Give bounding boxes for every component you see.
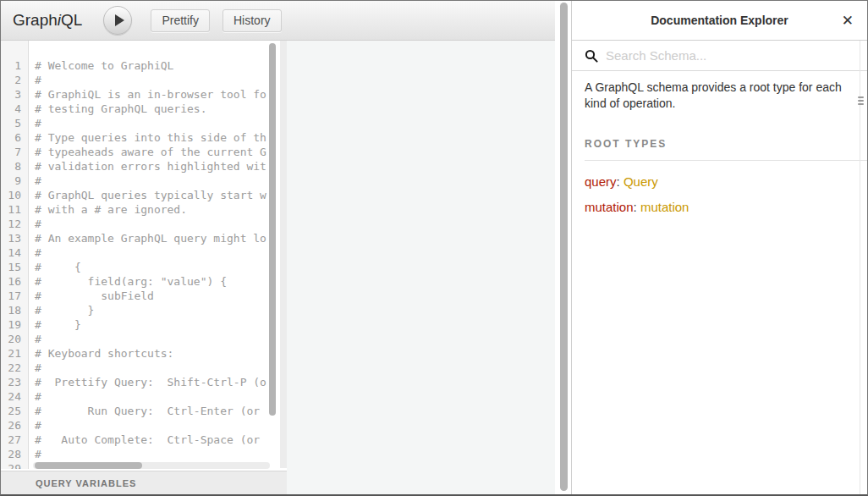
query-variables-title: QUERY VARIABLES [36,478,136,488]
doc-scrollbar-track [860,41,860,494]
code-line[interactable]: # [35,361,271,375]
code-line[interactable]: # [35,73,271,87]
code-line[interactable]: # validation errors highlighted wit [35,159,271,174]
prettify-button[interactable]: Prettify [151,9,210,32]
line-number: 17 [1,289,28,303]
code-line[interactable]: # } [35,303,271,317]
doc-explorer-content: A GraphQL schema provides a root type fo… [572,71,867,214]
editor-horizontal-scrollbar[interactable] [35,462,142,469]
type-link[interactable]: mutation [640,200,689,214]
graphiql-app: GraphiQL Prettify History 12345678910111… [0,0,868,496]
code-line[interactable]: # [35,389,271,404]
root-types-label: ROOT TYPES [585,138,854,150]
execute-query-button[interactable] [103,6,132,35]
editor-horizontal-scrollbar-track [33,462,270,469]
code-line[interactable]: # GraphQL queries typically start w [35,188,271,202]
code-line[interactable]: # GraphiQL is an in-browser tool fo [35,87,271,102]
line-number: 10 [1,188,28,202]
code-line[interactable]: # Run Query: Ctrl-Enter (or [35,404,271,418]
field-keyword: mutation [585,200,634,214]
editor-vertical-scrollbar[interactable] [269,43,276,416]
line-number: 7 [1,145,28,159]
code-line[interactable]: # Prettify Query: Shift-Ctrl-P (o [35,375,271,389]
result-pane [287,41,555,494]
resize-grip-icon[interactable] [858,96,864,107]
code-line[interactable]: # Keyboard shortcuts: [35,346,271,361]
query-editor[interactable]: # Welcome to GraphiQL## GraphiQL is an i… [30,41,271,469]
line-number: 14 [1,245,28,260]
line-number: 22 [1,361,28,375]
line-number: 21 [1,346,28,361]
line-number: 1 [1,58,28,73]
code-line[interactable]: # Type queries into this side of th [35,130,271,145]
line-number-gutter: 1234567891011121314151617181920212223242… [1,41,29,469]
code-line[interactable]: # [35,447,271,461]
search-schema-input[interactable] [606,48,800,63]
doc-root-type-item: mutation: mutation [585,200,854,214]
page-scrollbar[interactable] [560,3,568,491]
close-icon[interactable]: ✕ [842,1,854,41]
root-types-divider [585,160,867,161]
field-keyword: query [585,174,617,189]
code-line[interactable]: # field(arg: "value") { [35,274,271,289]
code-line[interactable]: # An example GraphQL query might lo [35,231,271,245]
code-line[interactable]: # [35,217,271,231]
separator: : [634,200,640,214]
logo-text-end: QL [61,11,82,29]
line-number: 5 [1,116,28,130]
line-number: 9 [1,174,28,188]
pane-divider[interactable] [280,41,287,468]
code-line[interactable]: # [35,245,271,260]
play-icon [115,14,124,26]
line-number: 23 [1,375,28,389]
code-line[interactable]: # } [35,317,271,332]
line-number: 26 [1,418,28,433]
root-types-list: query: Querymutation: mutation [585,174,854,214]
line-number: 27 [1,433,28,447]
query-variables-header[interactable]: QUERY VARIABLES [1,471,287,496]
line-number: 19 [1,317,28,332]
separator: : [617,174,624,189]
line-number: 20 [1,332,28,346]
line-number: 18 [1,303,28,317]
code-line[interactable]: # { [35,260,271,274]
line-number: 6 [1,130,28,145]
code-line[interactable]: # Welcome to GraphiQL [35,58,271,73]
code-line[interactable]: # subField [35,289,271,303]
code-line[interactable]: # [35,332,271,346]
toolbar: GraphiQL Prettify History [1,1,555,41]
doc-search-bar [572,41,867,71]
code-line[interactable]: # with a # are ignored. [35,202,271,217]
code-line[interactable]: # [35,174,271,188]
code-line[interactable]: # testing GraphQL queries. [35,102,271,116]
code-line[interactable]: # typeaheads aware of the current G [35,145,271,159]
line-number: 13 [1,231,28,245]
line-number: 12 [1,217,28,231]
search-icon [585,49,598,63]
line-number: 16 [1,274,28,289]
line-number: 8 [1,159,28,174]
code-line[interactable]: # [35,116,271,130]
line-number: 3 [1,87,28,102]
line-number: 28 [1,447,28,461]
line-number: 24 [1,389,28,404]
logo-text: Graph [13,11,58,29]
code-line[interactable]: # Auto Complete: Ctrl-Space (or [35,433,271,447]
doc-explorer: Documentation Explorer ✕ A GraphQL schem… [571,1,867,494]
code-line[interactable]: # [35,418,271,433]
line-number: 4 [1,102,28,116]
line-number: 29 [1,461,28,469]
query-editor-pane: 1234567891011121314151617181920212223242… [1,41,280,494]
line-number: 25 [1,404,28,418]
history-button[interactable]: History [222,9,282,32]
line-number: 2 [1,73,28,87]
schema-description: A GraphQL schema provides a root type fo… [585,80,854,112]
doc-explorer-header: Documentation Explorer ✕ [572,1,867,41]
line-number: 11 [1,202,28,217]
type-link[interactable]: Query [624,174,658,189]
doc-explorer-title: Documentation Explorer [651,14,788,27]
line-number: 15 [1,260,28,274]
app-logo: GraphiQL [13,11,82,30]
doc-root-type-item: query: Query [585,174,854,189]
